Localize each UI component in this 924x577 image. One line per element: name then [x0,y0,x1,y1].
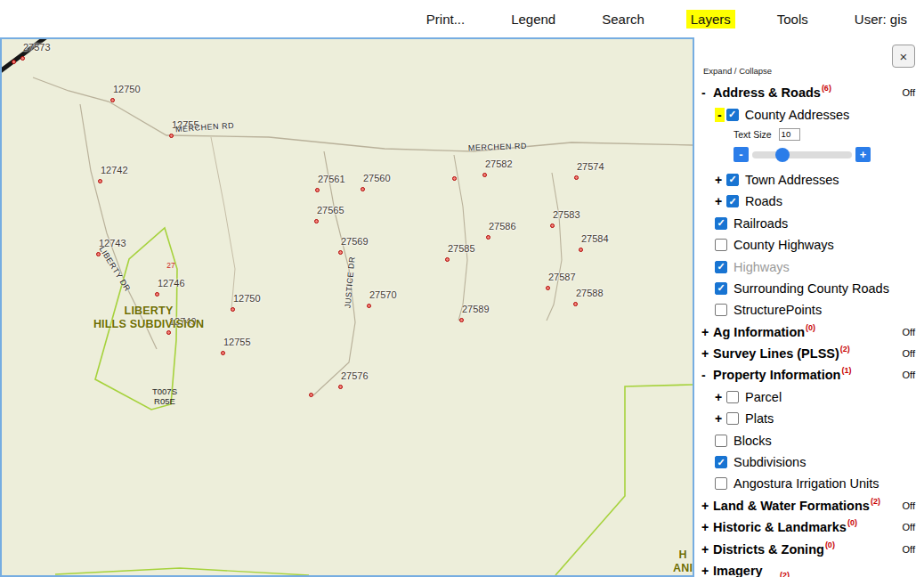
checkbox-parcel[interactable] [726,391,739,403]
checkbox-blocks[interactable] [715,435,727,447]
off-toggle[interactable]: Off [903,370,919,380]
expander-icon[interactable]: + [715,390,726,404]
checkbox-angostura-irrigation-units[interactable] [715,477,727,490]
address-marker[interactable] [98,179,102,183]
address-marker[interactable] [20,56,25,61]
address-marker[interactable] [574,175,579,180]
layer-label-town-addresses[interactable]: Town Addresses [745,173,839,187]
layer-label-highways[interactable]: Highways [734,260,790,274]
expander-icon[interactable]: - [701,85,713,100]
close-icon[interactable]: × [892,45,915,68]
layer-label-angostura-irrigation-units[interactable]: Angostura Irrigation Units [734,476,879,491]
layer-group-property-information[interactable]: -Property Information(1)Off [701,364,919,386]
address-marker[interactable] [482,173,487,177]
expander-icon[interactable]: - [701,368,713,382]
text-size-decrease-button[interactable]: - [734,147,749,162]
address-marker[interactable] [309,393,313,397]
layer-label-plats[interactable]: Plats [745,411,774,426]
text-size-slider-handle[interactable] [775,148,790,162]
map-canvas[interactable]: 2757312750127551274227561275602756527582… [0,37,694,577]
layer-label-subdivisions[interactable]: Subdivisions [734,455,806,469]
layers-panel: × Expand / Collapse -Address & Roads(6)O… [694,37,924,577]
address-label: 12742 [101,165,128,175]
checkbox-county-addresses[interactable]: ✓ [726,109,739,121]
address-label: 27586 [489,221,516,232]
address-marker[interactable] [573,302,578,306]
address-marker[interactable] [367,304,371,308]
layer-group-address-roads[interactable]: -Address & Roads(6)Off [701,82,919,103]
checkbox-plats[interactable] [726,412,739,425]
menu-print[interactable]: Print... [422,10,469,28]
off-toggle[interactable]: Off [903,544,919,555]
layer-label-parcel[interactable]: Parcel [745,390,782,404]
layer-group-land-water-formations[interactable]: +Land & Water Formations(2)Off [701,495,919,516]
menu-user-gis[interactable]: User: gis [850,10,912,28]
expander-icon[interactable]: + [715,194,726,208]
menu-layers[interactable]: Layers [686,10,735,28]
layer-group-historic-landmarks[interactable]: +Historic & Landmarks(0)Off [701,516,919,538]
layer-highways: ✓Highways [701,256,919,277]
address-marker[interactable] [315,188,320,192]
off-toggle[interactable]: Off [903,87,919,98]
subdivision-label-clipped-line: H ANI [671,549,695,575]
checkbox-highways[interactable]: ✓ [715,261,727,273]
layer-label-county-addresses[interactable]: County Addresses [745,108,850,122]
address-marker[interactable] [361,187,365,191]
address-marker[interactable] [110,98,115,102]
expander-icon[interactable]: + [701,346,713,361]
address-marker[interactable] [221,351,225,355]
off-toggle[interactable]: Off [903,327,919,337]
address-marker[interactable] [452,176,457,181]
address-marker[interactable] [338,385,343,389]
address-marker[interactable] [445,257,450,262]
expander-icon[interactable]: + [715,173,726,187]
address-marker[interactable] [338,250,343,255]
expander-icon[interactable]: + [701,542,713,557]
expander-icon[interactable]: + [701,499,713,513]
layer-label-surrounding-county-roads[interactable]: Surrounding County Roads [734,281,889,296]
checkbox-roads[interactable]: ✓ [726,195,739,207]
checkbox-surrounding-county-roads[interactable]: ✓ [715,282,727,295]
layer-group-districts-zoning[interactable]: +Districts & Zoning(0)Off [701,538,919,559]
off-toggle[interactable]: Off [903,522,919,532]
checkbox-county-highways[interactable] [715,239,727,251]
expander-icon[interactable]: + [715,411,726,426]
checkbox-subdivisions[interactable]: ✓ [715,456,727,468]
menu-search[interactable]: Search [597,10,649,28]
checkbox-railroads[interactable]: ✓ [715,217,727,230]
text-size-input[interactable] [779,128,800,141]
address-marker[interactable] [155,292,159,297]
address-marker[interactable] [169,134,174,138]
address-marker[interactable] [546,286,550,290]
layer-label-structurepoints[interactable]: StructurePoints [734,303,822,317]
group-label: Land & Water Formations [713,499,870,513]
layer-group-ag-information[interactable]: +Ag Information(0)Off [701,321,919,343]
text-size-increase-button[interactable]: + [855,147,871,162]
address-marker[interactable] [550,223,555,228]
layer-label-blocks[interactable]: Blocks [734,434,772,448]
expander-icon[interactable]: + [701,564,713,577]
checkbox-town-addresses[interactable]: ✓ [726,174,739,186]
expander-icon[interactable]: + [701,520,713,534]
checkbox-structurepoints[interactable] [715,304,727,316]
expand-collapse-toggle[interactable]: Expand / Collapse [703,66,919,76]
layer-label-county-highways[interactable]: County Highways [734,238,834,252]
address-marker[interactable] [579,248,583,252]
address-marker[interactable] [231,307,235,312]
address-label: 27565 [317,205,344,215]
expander-icon[interactable]: + [701,325,713,339]
layer-group-survey-lines-plss[interactable]: +Survey Lines (PLSS)(2)Off [701,343,919,364]
menu-tools[interactable]: Tools [773,10,813,28]
layer-group-imagery[interactable]: +Imagery [701,560,919,577]
address-marker[interactable] [12,60,16,64]
text-size-slider-track[interactable] [752,151,852,158]
expander-icon[interactable]: - [715,108,725,122]
menu-legend[interactable]: Legend [507,10,560,28]
layer-label-roads[interactable]: Roads [745,194,782,208]
address-marker[interactable] [459,318,464,322]
off-toggle[interactable]: Off [903,348,919,359]
address-marker[interactable] [314,219,319,223]
address-marker[interactable] [486,235,490,240]
off-toggle[interactable]: Off [903,500,919,511]
layer-label-railroads[interactable]: Railroads [734,216,788,231]
